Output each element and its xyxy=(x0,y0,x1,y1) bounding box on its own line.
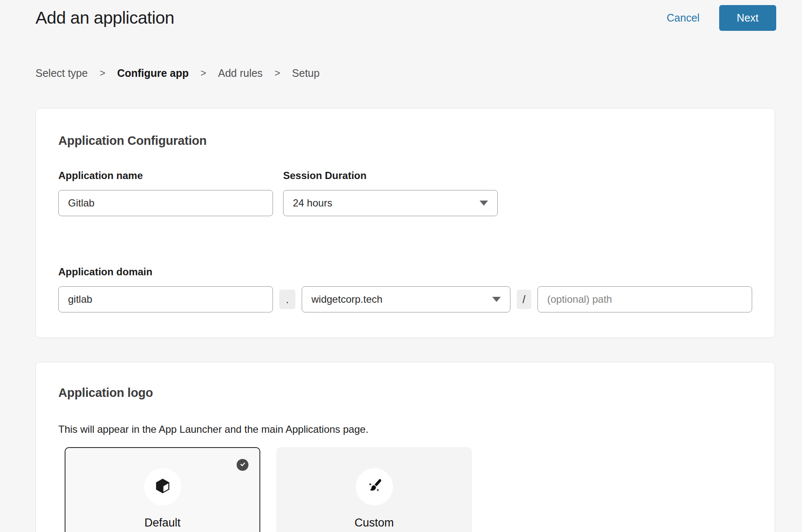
application-logo-card: Application logo This will appear in the… xyxy=(35,362,775,532)
logo-option-custom[interactable]: Custom xyxy=(276,447,472,532)
application-domain-label: Application domain xyxy=(58,266,752,278)
chevron-down-icon xyxy=(492,297,501,302)
check-icon xyxy=(240,461,246,469)
logo-option-default[interactable]: Default xyxy=(65,447,260,532)
logo-card-title: Application logo xyxy=(58,386,752,400)
breadcrumb: Select type > Configure app > Add rules … xyxy=(35,67,802,79)
logo-option-label: Custom xyxy=(355,516,394,529)
header-actions: Cancel Next xyxy=(667,5,776,31)
next-button[interactable]: Next xyxy=(719,5,776,31)
selected-check-badge xyxy=(237,459,248,471)
slash-separator: / xyxy=(517,290,531,309)
logo-card-description: This will appear in the App Launcher and… xyxy=(58,423,752,435)
logo-options: Default Custom xyxy=(65,447,752,532)
step-add-rules[interactable]: Add rules xyxy=(218,67,263,79)
application-name-field: Application name xyxy=(58,170,273,216)
name-duration-row: Application name Session Duration 24 hou… xyxy=(58,170,752,216)
add-application-page: Add an application Cancel Next Select ty… xyxy=(0,0,802,532)
page-header: Add an application Cancel Next xyxy=(0,0,802,31)
step-configure-app[interactable]: Configure app xyxy=(117,67,188,79)
session-duration-value: 24 hours xyxy=(293,197,332,209)
domain-select[interactable]: widgetcorp.tech xyxy=(302,286,510,312)
logo-option-label: Default xyxy=(145,516,181,529)
application-name-input[interactable] xyxy=(58,190,273,216)
breadcrumb-separator: > xyxy=(275,68,280,79)
cancel-button[interactable]: Cancel xyxy=(667,12,700,24)
custom-logo-circle xyxy=(356,468,393,505)
session-duration-label: Session Duration xyxy=(283,170,498,182)
paintbrush-icon xyxy=(366,478,383,496)
default-logo-circle xyxy=(144,468,181,505)
page-title: Add an application xyxy=(35,8,174,28)
step-setup[interactable]: Setup xyxy=(292,67,319,79)
chevron-down-icon xyxy=(480,201,488,206)
subdomain-input[interactable] xyxy=(58,286,273,312)
application-domain-row: . widgetcorp.tech / xyxy=(58,286,752,312)
configuration-card-title: Application Configuration xyxy=(58,134,752,148)
dot-separator: . xyxy=(279,290,295,309)
breadcrumb-separator: > xyxy=(201,68,206,79)
cube-icon xyxy=(154,478,171,496)
domain-select-value: widgetcorp.tech xyxy=(311,293,382,305)
path-input[interactable] xyxy=(537,286,752,312)
step-select-type[interactable]: Select type xyxy=(35,67,88,79)
session-duration-select[interactable]: 24 hours xyxy=(283,190,498,216)
application-name-label: Application name xyxy=(58,170,273,182)
session-duration-field: Session Duration 24 hours xyxy=(283,170,498,216)
application-configuration-card: Application Configuration Application na… xyxy=(35,108,775,338)
breadcrumb-separator: > xyxy=(100,68,105,79)
